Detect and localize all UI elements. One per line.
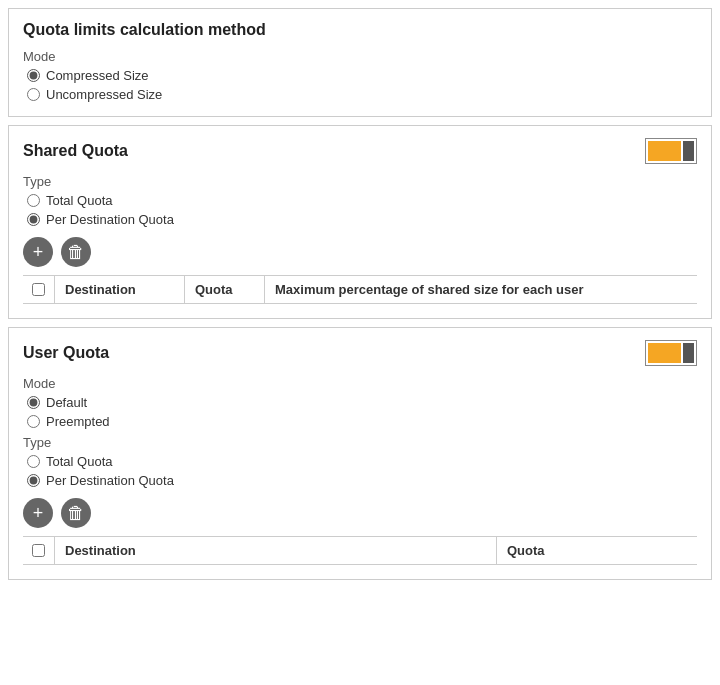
- quota-limits-section: Quota limits calculation method Mode Com…: [8, 8, 712, 117]
- user-table-header: Destination Quota: [23, 536, 697, 565]
- user-mode-label: Mode: [23, 376, 697, 391]
- user-default-radio[interactable]: [27, 396, 40, 409]
- compressed-size-radio[interactable]: [27, 69, 40, 82]
- user-default-label: Default: [46, 395, 87, 410]
- user-per-dest-radio[interactable]: [27, 474, 40, 487]
- uncompressed-size-option[interactable]: Uncompressed Size: [27, 87, 697, 102]
- shared-quota-header: Shared Quota: [23, 138, 697, 164]
- shared-per-dest-option[interactable]: Per Destination Quota: [27, 212, 697, 227]
- shared-add-button[interactable]: +: [23, 237, 53, 267]
- user-delete-button[interactable]: 🗑: [61, 498, 91, 528]
- user-toggle-off-indicator: [683, 343, 694, 363]
- uncompressed-size-label: Uncompressed Size: [46, 87, 162, 102]
- shared-per-dest-label: Per Destination Quota: [46, 212, 174, 227]
- user-destination-col: Destination: [55, 537, 497, 564]
- user-total-quota-label: Total Quota: [46, 454, 113, 469]
- user-select-all-checkbox[interactable]: [32, 544, 45, 557]
- user-total-quota-option[interactable]: Total Quota: [27, 454, 697, 469]
- shared-quota-section: Shared Quota Type Total Quota Per Destin…: [8, 125, 712, 319]
- user-quota-section: User Quota Mode Default Preempted Type T…: [8, 327, 712, 580]
- user-preempted-radio[interactable]: [27, 415, 40, 428]
- mode-radio-group: Compressed Size Uncompressed Size: [27, 68, 697, 102]
- user-type-label: Type: [23, 435, 697, 450]
- shared-per-dest-radio[interactable]: [27, 213, 40, 226]
- user-total-quota-radio[interactable]: [27, 455, 40, 468]
- user-checkbox-col: [23, 537, 55, 564]
- user-default-option[interactable]: Default: [27, 395, 697, 410]
- shared-delete-button[interactable]: 🗑: [61, 237, 91, 267]
- toggle-off-indicator: [683, 141, 694, 161]
- user-add-button[interactable]: +: [23, 498, 53, 528]
- user-mode-radio-group: Default Preempted: [27, 395, 697, 429]
- shared-select-all-checkbox[interactable]: [32, 283, 45, 296]
- shared-quota-toggle[interactable]: [645, 138, 697, 164]
- user-quota-toggle[interactable]: [645, 340, 697, 366]
- user-per-dest-label: Per Destination Quota: [46, 473, 174, 488]
- shared-action-buttons: + 🗑: [23, 237, 697, 267]
- toggle-on-indicator: [648, 141, 681, 161]
- mode-label: Mode: [23, 49, 697, 64]
- user-quota-title: User Quota: [23, 344, 109, 362]
- shared-destination-col: Destination: [55, 276, 185, 303]
- user-preempted-label: Preempted: [46, 414, 110, 429]
- user-action-buttons: + 🗑: [23, 498, 697, 528]
- user-quota-col: Quota: [497, 537, 697, 564]
- uncompressed-size-radio[interactable]: [27, 88, 40, 101]
- user-quota-header: User Quota: [23, 340, 697, 366]
- shared-checkbox-col: [23, 276, 55, 303]
- user-toggle-on-indicator: [648, 343, 681, 363]
- user-per-dest-option[interactable]: Per Destination Quota: [27, 473, 697, 488]
- shared-table-header: Destination Quota Maximum percentage of …: [23, 275, 697, 304]
- shared-total-quota-option[interactable]: Total Quota: [27, 193, 697, 208]
- quota-limits-header: Quota limits calculation method: [23, 21, 697, 39]
- shared-total-quota-label: Total Quota: [46, 193, 113, 208]
- user-preempted-option[interactable]: Preempted: [27, 414, 697, 429]
- shared-total-quota-radio[interactable]: [27, 194, 40, 207]
- compressed-size-label: Compressed Size: [46, 68, 149, 83]
- compressed-size-option[interactable]: Compressed Size: [27, 68, 697, 83]
- shared-type-label: Type: [23, 174, 697, 189]
- shared-max-col: Maximum percentage of shared size for ea…: [265, 276, 697, 303]
- shared-quota-col: Quota: [185, 276, 265, 303]
- shared-quota-title: Shared Quota: [23, 142, 128, 160]
- user-type-radio-group: Total Quota Per Destination Quota: [27, 454, 697, 488]
- quota-limits-title: Quota limits calculation method: [23, 21, 266, 39]
- shared-type-radio-group: Total Quota Per Destination Quota: [27, 193, 697, 227]
